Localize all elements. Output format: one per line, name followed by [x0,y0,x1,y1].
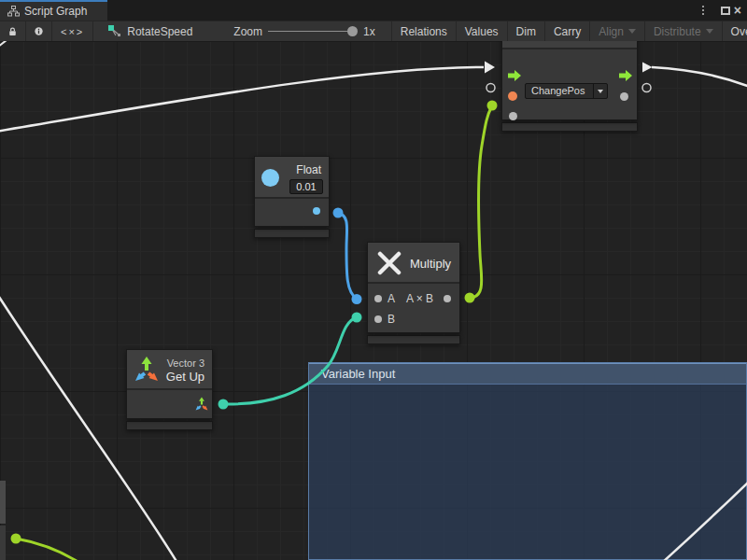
zoom-label: Zoom [233,25,262,38]
empty-port-circle-right[interactable] [642,84,651,92]
float-value-input[interactable]: 0.01 [289,179,323,194]
zoom-control: Zoom 1x [225,21,383,41]
green-edge-end-dot [487,101,498,111]
edge-white-into-graph [0,67,484,132]
values-button[interactable]: Values [457,21,508,41]
output-port[interactable] [444,295,451,302]
input-b-port[interactable] [374,315,382,323]
distribute-button: Distribute [645,21,723,41]
breadcrumb-graph-name: RotateSpeed [127,25,192,38]
node-graph-unit[interactable]: Graph ChangePos [501,41,638,132]
input-port-dot[interactable] [509,112,517,120]
dim-button[interactable]: Dim [508,21,545,41]
variable-select-value: ChangePos [526,84,593,98]
zoom-slider-handle[interactable] [347,26,358,36]
output-port-dot[interactable] [620,92,628,101]
offscreen-node-body[interactable] [0,525,6,560]
float-type-icon [261,169,279,187]
input-a-port[interactable] [374,295,382,302]
group-header[interactable]: Variable Input [309,363,746,385]
breadcrumb-root[interactable]: RotateSpeed [93,21,201,41]
vector3-operation: Get Up [166,370,204,384]
chevron-down-icon [706,29,713,34]
vector3-title: Vector 3 [167,357,204,369]
group-variable-input[interactable]: Variable Input [308,362,747,560]
node-footer [126,421,213,430]
blue-edge-start-dot [333,208,344,218]
relations-button[interactable]: Relations [391,21,457,41]
node-vector3-get-up[interactable]: Vector 3 Get Up [126,349,213,430]
output-label: A × B [406,292,433,305]
chevron-down-icon [598,90,603,93]
carry-button[interactable]: Carry [545,21,590,41]
multiply-node-header[interactable]: Multiply [368,243,459,284]
flow-input-port[interactable] [508,70,521,81]
green-edge-dot-bottom-left [11,534,21,544]
edge-corner-white [0,41,7,47]
vector3-output-port[interactable] [194,397,209,412]
tab-script-graph[interactable]: Script Graph [0,0,107,21]
variable-select-arrow[interactable] [593,84,607,98]
variable-select[interactable]: ChangePos [525,83,608,99]
node-footer [367,335,460,344]
maximize-icon[interactable] [721,0,730,21]
tab-bar: Script Graph × [0,0,747,21]
chevron-down-icon [628,29,636,34]
info-icon [35,25,43,37]
group-title: Variable Input [321,367,395,381]
lock-button[interactable] [0,21,26,41]
zoom-slider[interactable] [268,31,354,32]
script-graph-window: Script Graph × <×> [0,0,747,560]
multiply-x-icon [377,251,402,275]
code-icon: <×> [61,26,84,37]
teal-edge-start-dot [218,399,229,410]
flow-output-port[interactable] [619,70,632,81]
edge-white-out-of-graph [652,67,747,87]
multiply-title: Multiply [410,257,451,271]
lock-icon [8,26,17,37]
vector3-axes-icon [133,356,161,384]
edge-green-multiply-to-graph [470,105,492,298]
offscreen-node-header[interactable] [0,481,6,524]
input-a-label: A [388,292,395,305]
float-node-header[interactable]: Float 0.01 [255,157,329,199]
overview-button[interactable]: Overview [723,21,747,41]
node-footer [501,122,638,132]
align-button: Align [590,21,645,41]
graph-hierarchy-icon [7,6,20,17]
edit-source-button[interactable]: <×> [52,21,93,41]
node-footer [254,229,330,238]
edge-blue-float-to-multiply [338,213,357,299]
empty-port-circle-left[interactable] [486,84,495,92]
tab-title: Script Graph [24,5,87,18]
float-title: Float [296,163,321,176]
window-menu-icon[interactable] [697,0,710,21]
blue-edge-end-dot [352,294,362,304]
graph-canvas[interactable]: Variable Input [0,41,747,560]
close-icon[interactable]: × [730,0,745,21]
green-edge-start-dot [465,293,475,303]
graph-toolbar: <×> RotateSpeed Zoom 1x Relations Values… [0,21,747,41]
node-multiply[interactable]: Multiply A A × B B [367,242,460,344]
edge-green-bottom-left [16,539,77,560]
flow-arrow-out [642,63,653,73]
graph-node-header[interactable]: Graph [502,41,637,49]
teal-edge-end-dot [352,313,362,323]
graph-asset-icon [108,25,121,37]
variable-port-orange[interactable] [508,91,517,101]
node-float[interactable]: Float 0.01 [254,156,330,238]
zoom-value: 1x [363,25,375,38]
flow-arrow-in [485,62,495,74]
inspect-button[interactable] [26,21,52,41]
vector3-node-header[interactable]: Vector 3 Get Up [127,350,212,390]
input-b-label: B [388,313,395,326]
float-output-port[interactable] [313,207,320,215]
